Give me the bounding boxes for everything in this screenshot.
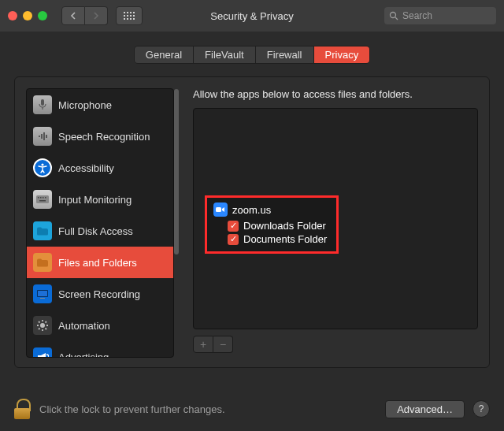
tab-strip: General FileVault Firewall Privacy [134, 46, 370, 64]
advanced-button[interactable]: Advanced… [385, 400, 465, 418]
sidebar-item-advertising[interactable]: Advertising [27, 341, 173, 358]
remove-button[interactable]: − [213, 336, 233, 353]
svg-rect-1 [127, 12, 128, 13]
accessibility-icon [33, 158, 52, 177]
sidebar-item-input-monitoring[interactable]: Input Monitoring [27, 184, 173, 215]
gear-icon [33, 316, 52, 335]
svg-rect-14 [41, 99, 44, 106]
svg-rect-19 [46, 135, 47, 138]
permission-label: Documents Folder [243, 233, 327, 245]
right-pane-heading: Allow the apps below to access files and… [193, 88, 478, 100]
sidebar-item-accessibility[interactable]: Accessibility [27, 152, 173, 184]
checkbox-checked[interactable]: ✓ [228, 234, 239, 245]
sidebar-container: Microphone Speech Recognition Accessibil… [26, 88, 177, 353]
svg-line-13 [395, 17, 398, 20]
svg-rect-6 [130, 15, 132, 17]
help-button[interactable]: ? [472, 400, 490, 418]
close-window-button[interactable] [8, 11, 17, 20]
svg-rect-22 [38, 197, 39, 199]
forward-button[interactable] [85, 6, 108, 25]
search-icon [389, 11, 398, 20]
svg-rect-25 [45, 197, 46, 199]
app-row[interactable]: zoom.us [213, 202, 327, 217]
highlighted-app-block: zoom.us ✓ Downloads Folder ✓ Documents F… [205, 195, 339, 254]
app-permission-list[interactable]: zoom.us ✓ Downloads Folder ✓ Documents F… [193, 108, 478, 329]
svg-rect-23 [40, 197, 42, 199]
add-button[interactable]: + [193, 336, 213, 353]
right-pane: Allow the apps below to access files and… [193, 88, 478, 353]
privacy-category-list[interactable]: Microphone Speech Recognition Accessibil… [26, 88, 174, 358]
svg-line-38 [46, 321, 47, 323]
traffic-lights [8, 11, 47, 20]
content-box: Microphone Speech Recognition Accessibil… [14, 76, 490, 368]
add-remove-buttons: + − [193, 336, 478, 353]
sidebar-item-screen-recording[interactable]: Screen Recording [27, 278, 173, 310]
tab-firewall[interactable]: Firewall [256, 46, 314, 63]
sidebar-item-label: Automation [58, 320, 110, 332]
zoom-icon [213, 202, 228, 217]
sidebar-item-speech-recognition[interactable]: Speech Recognition [27, 121, 173, 152]
microphone-icon [33, 95, 52, 114]
speech-icon [33, 127, 52, 146]
back-button[interactable] [61, 6, 85, 25]
svg-rect-11 [133, 18, 135, 20]
checkbox-checked[interactable]: ✓ [228, 221, 239, 232]
tab-privacy[interactable]: Privacy [314, 46, 370, 63]
lock-open-icon [14, 399, 32, 419]
sidebar-item-automation[interactable]: Automation [27, 310, 173, 341]
preferences-window: Security & Privacy Search General FileVa… [0, 0, 504, 431]
app-name: zoom.us [232, 204, 271, 216]
sidebar-item-label: Screen Recording [58, 288, 140, 300]
svg-rect-9 [127, 18, 128, 20]
sidebar-scrollbar[interactable] [174, 89, 179, 255]
folder-icon [33, 253, 52, 272]
svg-rect-5 [127, 15, 128, 17]
svg-rect-16 [39, 136, 40, 137]
svg-point-12 [391, 13, 396, 18]
tab-bar: General FileVault Firewall Privacy [0, 46, 504, 64]
svg-rect-18 [43, 132, 45, 140]
svg-rect-21 [36, 195, 49, 203]
tab-general[interactable]: General [135, 46, 194, 63]
svg-rect-2 [130, 12, 132, 13]
sidebar-item-label: Advertising [58, 351, 109, 359]
svg-rect-10 [130, 18, 132, 20]
svg-rect-7 [133, 15, 135, 17]
svg-rect-0 [124, 12, 125, 13]
svg-rect-24 [43, 197, 44, 199]
minimize-window-button[interactable] [23, 11, 32, 20]
sidebar-item-label: Accessibility [58, 162, 114, 174]
sidebar-item-label: Full Disk Access [58, 225, 133, 237]
zoom-window-button[interactable] [38, 11, 47, 20]
svg-point-20 [41, 163, 43, 165]
search-placeholder: Search [402, 10, 432, 21]
permission-label: Downloads Folder [243, 220, 326, 232]
permission-row[interactable]: ✓ Downloads Folder [228, 220, 327, 232]
chevron-left-icon [70, 12, 76, 20]
svg-rect-28 [38, 291, 47, 296]
screen-icon [33, 284, 52, 303]
svg-line-37 [39, 329, 40, 330]
sidebar-item-microphone[interactable]: Microphone [27, 89, 173, 121]
lock-row[interactable]: Click the lock to prevent further change… [14, 399, 225, 419]
svg-point-30 [40, 323, 45, 328]
svg-rect-4 [124, 15, 125, 17]
permission-row[interactable]: ✓ Documents Folder [228, 233, 327, 245]
show-all-button[interactable] [116, 6, 143, 25]
sidebar-item-files-and-folders[interactable]: Files and Folders [27, 247, 173, 278]
svg-rect-17 [41, 134, 43, 139]
title-bar: Security & Privacy Search [0, 0, 504, 32]
search-field[interactable]: Search [384, 7, 496, 24]
sidebar-item-full-disk-access[interactable]: Full Disk Access [27, 215, 173, 247]
svg-rect-39 [216, 207, 221, 212]
svg-rect-29 [40, 298, 45, 299]
tab-filevault[interactable]: FileVault [194, 46, 256, 63]
svg-rect-3 [133, 12, 135, 13]
svg-rect-8 [124, 18, 125, 20]
svg-line-36 [46, 329, 47, 330]
footer: Click the lock to prevent further change… [0, 387, 504, 431]
sidebar-item-label: Speech Recognition [58, 131, 150, 143]
nav-buttons [61, 6, 108, 25]
chevron-right-icon [93, 12, 99, 20]
svg-rect-26 [39, 200, 46, 202]
